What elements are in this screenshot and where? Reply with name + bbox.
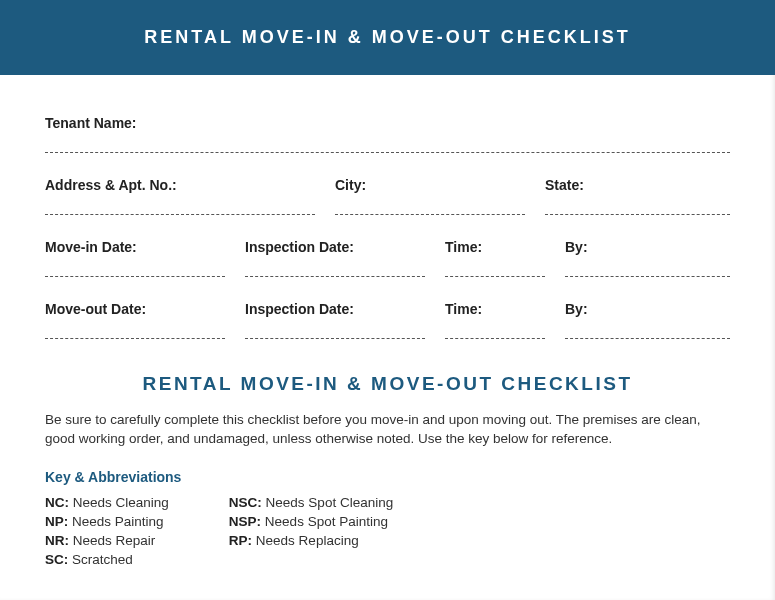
line-time-out[interactable] xyxy=(445,323,545,339)
header-band: RENTAL MOVE-IN & MOVE-OUT CHECKLIST xyxy=(0,0,775,75)
label-address: Address & Apt. No.: xyxy=(45,177,315,193)
line-moveout-date[interactable] xyxy=(45,323,225,339)
row-moveout: Move-out Date: Inspection Date: Time: By… xyxy=(45,301,730,339)
field-time-out: Time: xyxy=(445,301,545,339)
abbrev-rp: RP: Needs Replacing xyxy=(229,533,393,548)
label-time-in: Time: xyxy=(445,239,545,255)
abbrev-nr: NR: Needs Repair xyxy=(45,533,169,548)
line-city[interactable] xyxy=(335,199,525,215)
abbrev-nsp: NSP: Needs Spot Painting xyxy=(229,514,393,529)
field-by-in: By: xyxy=(565,239,730,277)
key-heading: Key & Abbreviations xyxy=(45,469,730,485)
field-time-in: Time: xyxy=(445,239,545,277)
abbrev-col-2: NSC: Needs Spot Cleaning NSP: Needs Spot… xyxy=(229,495,393,567)
label-inspection-date-out: Inspection Date: xyxy=(245,301,425,317)
abbrev-columns: NC: Needs Cleaning NP: Needs Painting NR… xyxy=(45,495,730,567)
line-inspection-date-in[interactable] xyxy=(245,261,425,277)
label-state: State: xyxy=(545,177,730,193)
row-address: Address & Apt. No.: City: State: xyxy=(45,177,730,215)
label-by-in: By: xyxy=(565,239,730,255)
field-city: City: xyxy=(335,177,525,215)
row-movein: Move-in Date: Inspection Date: Time: By: xyxy=(45,239,730,277)
field-tenant-name: Tenant Name: xyxy=(45,115,730,153)
label-movein-date: Move-in Date: xyxy=(45,239,225,255)
line-address[interactable] xyxy=(45,199,315,215)
line-by-out[interactable] xyxy=(565,323,730,339)
field-address: Address & Apt. No.: xyxy=(45,177,315,215)
line-inspection-date-out[interactable] xyxy=(245,323,425,339)
label-moveout-date: Move-out Date: xyxy=(45,301,225,317)
label-tenant-name: Tenant Name: xyxy=(45,115,730,131)
field-state: State: xyxy=(545,177,730,215)
label-city: City: xyxy=(335,177,525,193)
section-title: RENTAL MOVE-IN & MOVE-OUT CHECKLIST xyxy=(45,373,730,395)
field-moveout-date: Move-out Date: xyxy=(45,301,225,339)
abbrev-sc: SC: Scratched xyxy=(45,552,169,567)
label-by-out: By: xyxy=(565,301,730,317)
line-state[interactable] xyxy=(545,199,730,215)
intro-text: Be sure to carefully complete this check… xyxy=(45,411,730,449)
abbrev-nsc: NSC: Needs Spot Cleaning xyxy=(229,495,393,510)
abbrev-np: NP: Needs Painting xyxy=(45,514,169,529)
line-tenant-name[interactable] xyxy=(45,137,730,153)
abbrev-nc: NC: Needs Cleaning xyxy=(45,495,169,510)
line-by-in[interactable] xyxy=(565,261,730,277)
page-title: RENTAL MOVE-IN & MOVE-OUT CHECKLIST xyxy=(144,27,630,48)
field-movein-date: Move-in Date: xyxy=(45,239,225,277)
document-page: RENTAL MOVE-IN & MOVE-OUT CHECKLIST Tena… xyxy=(0,0,775,600)
field-inspection-date-in: Inspection Date: xyxy=(245,239,425,277)
row-tenant: Tenant Name: xyxy=(45,115,730,153)
label-inspection-date-in: Inspection Date: xyxy=(245,239,425,255)
abbrev-col-1: NC: Needs Cleaning NP: Needs Painting NR… xyxy=(45,495,169,567)
field-by-out: By: xyxy=(565,301,730,339)
line-time-in[interactable] xyxy=(445,261,545,277)
line-movein-date[interactable] xyxy=(45,261,225,277)
field-inspection-date-out: Inspection Date: xyxy=(245,301,425,339)
label-time-out: Time: xyxy=(445,301,545,317)
content-area: Tenant Name: Address & Apt. No.: City: S… xyxy=(0,75,775,567)
